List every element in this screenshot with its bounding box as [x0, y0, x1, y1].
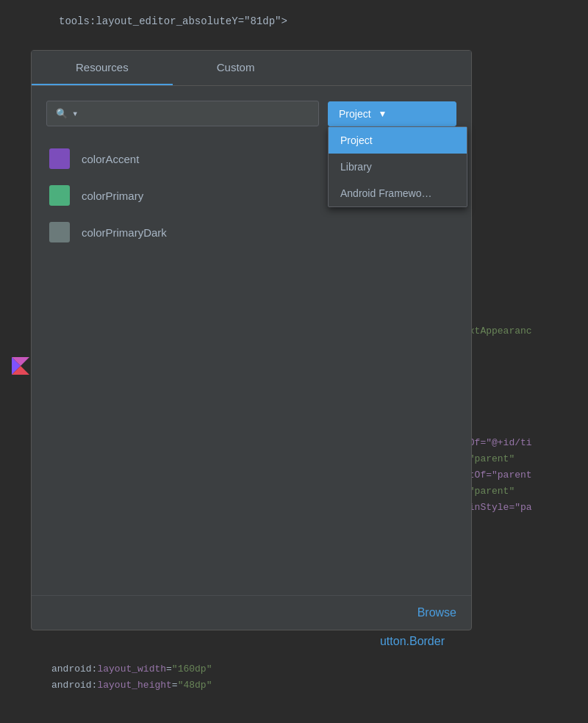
search-box[interactable]: 🔍 ▾	[46, 101, 319, 126]
search-icon: 🔍	[56, 108, 68, 120]
list-item[interactable]: colorPrimaryDark	[46, 217, 456, 247]
dropdown-item-project[interactable]: Project	[329, 127, 467, 154]
kotlin-icon	[12, 357, 29, 375]
bottom-code-width: android:layout_width="160dp"	[51, 661, 537, 677]
resources-dialog: Resources Custom 🔍 ▾ Project ▼	[31, 50, 472, 630]
tab-bar: Resources Custom	[32, 51, 471, 86]
content-area: 🔍 ▾ Project ▼ Project Library	[32, 86, 471, 595]
dialog-footer: Browse	[32, 595, 471, 630]
dropdown-selected-label: Project	[339, 108, 371, 120]
color-primary-label: colorPrimary	[82, 190, 143, 202]
color-primary-swatch	[49, 185, 70, 206]
top-code-line: tools:layout_editor_absoluteY="81dp">	[59, 15, 287, 27]
filter-row: 🔍 ▾ Project ▼ Project Library	[46, 101, 456, 126]
tab-custom[interactable]: Custom	[173, 51, 299, 85]
browse-button[interactable]: Browse	[417, 606, 456, 619]
color-accent-label: colorAccent	[82, 153, 139, 165]
color-primary-dark-label: colorPrimaryDark	[82, 226, 167, 239]
dropdown-container: Project ▼ Project Library Android Framew…	[328, 101, 456, 126]
bottom-code-panel: android:layout_width="160dp" android:lay…	[0, 654, 588, 701]
color-primary-dark-swatch	[49, 222, 70, 242]
color-accent-swatch	[49, 148, 70, 169]
bottom-code-height: android:layout_height="48dp"	[51, 677, 537, 694]
dropdown-item-library[interactable]: Library	[329, 154, 467, 180]
project-dropdown-button[interactable]: Project ▼	[328, 101, 456, 126]
search-input-text: ▾	[72, 107, 78, 120]
dropdown-menu: Project Library Android Framewo…	[328, 126, 467, 207]
tab-resources[interactable]: Resources	[32, 51, 173, 85]
dropdown-item-android-framework[interactable]: Android Framewo…	[329, 180, 467, 206]
dropdown-arrow-icon: ▼	[379, 109, 387, 119]
background-browse-hint: utton.Border	[380, 635, 445, 648]
